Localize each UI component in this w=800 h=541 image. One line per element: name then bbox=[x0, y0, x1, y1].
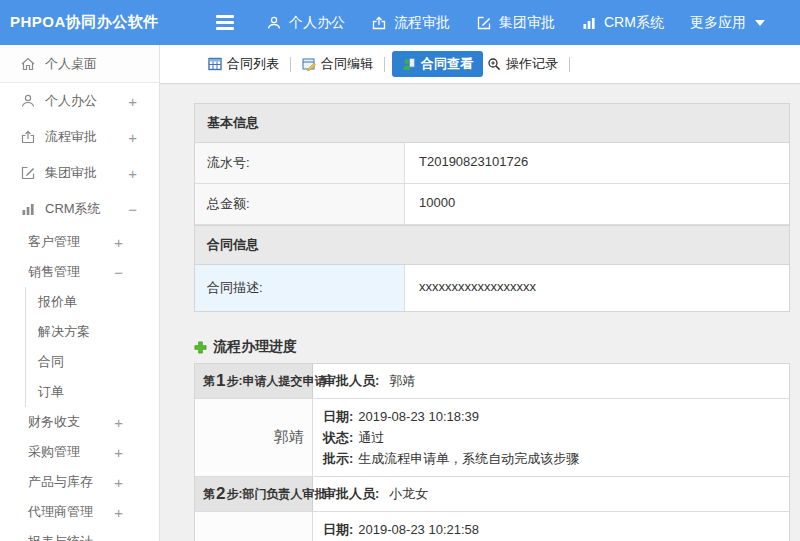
step-label: 第2步:部门负责人审批 bbox=[195, 477, 313, 511]
tab-label: 合同列表 bbox=[227, 55, 279, 73]
expand-icon[interactable]: + bbox=[114, 504, 123, 521]
sidebar-item-crm[interactable]: CRM系统 − bbox=[0, 191, 159, 227]
step-number: 2 bbox=[215, 488, 226, 500]
sidebar: 个人桌面 个人办公 + 流程审批 + 集团审批 + CRM系统 − 客户管理 +… bbox=[0, 45, 160, 541]
tab-label: 操作记录 bbox=[506, 55, 558, 73]
user-icon bbox=[266, 15, 282, 31]
topnav-crm[interactable]: CRM系统 bbox=[581, 14, 664, 32]
expand-icon[interactable]: + bbox=[114, 474, 123, 491]
sidebar-item-label: 财务收支 bbox=[28, 413, 80, 431]
step-post: 步:部门负责人审批 bbox=[226, 486, 326, 503]
list-icon bbox=[208, 57, 222, 71]
topnav-more-apps[interactable]: 更多应用 bbox=[690, 14, 765, 32]
sidebar-item-order[interactable]: 订单 bbox=[26, 377, 159, 407]
form-row-serial: 流水号: T20190823101726 bbox=[195, 143, 789, 184]
process-step-detail-row: 郭靖 日期:2019-08-23 10:18:39 状态:通过 批示:生成流程申… bbox=[195, 399, 789, 477]
field-label: 合同描述: bbox=[195, 265, 405, 311]
caret-down-icon bbox=[755, 20, 765, 26]
step-pre: 第 bbox=[203, 486, 215, 503]
tab-contract-list[interactable]: 合同列表 bbox=[204, 51, 283, 77]
tab-contract-view[interactable]: 合同查看 bbox=[392, 51, 483, 77]
sidebar-item-contract[interactable]: 合同 bbox=[26, 347, 159, 377]
section-header-contract-info: 合同信息 bbox=[195, 225, 789, 265]
process-step-header-row: 第2步:部门负责人审批 审批人员: 小龙女 bbox=[195, 477, 789, 512]
expand-icon[interactable]: + bbox=[128, 93, 137, 110]
chart-icon bbox=[20, 201, 36, 217]
approver-name-cell: 小龙女 bbox=[195, 512, 313, 541]
tab-contract-edit[interactable]: 合同编辑 bbox=[298, 51, 377, 77]
expand-icon[interactable]: + bbox=[128, 129, 137, 146]
step-number: 1 bbox=[215, 375, 226, 387]
hamburger-icon[interactable] bbox=[216, 15, 234, 30]
field-value-description: xxxxxxxxxxxxxxxxxx bbox=[405, 265, 789, 311]
step-detail-cell: 日期:2019-08-23 10:21:58 状态:通过 批示:通过 bbox=[313, 512, 789, 541]
tab-label: 合同查看 bbox=[421, 55, 473, 73]
topnav-personal-office[interactable]: 个人办公 bbox=[266, 14, 345, 32]
sidebar-item-label: 产品与库存 bbox=[28, 473, 93, 491]
expand-icon[interactable]: + bbox=[114, 414, 123, 431]
approver-label: 审批人员: bbox=[323, 372, 379, 390]
field-label: 总金额: bbox=[195, 184, 405, 224]
topnav-group-approval[interactable]: 集团审批 bbox=[476, 14, 555, 32]
sidebar-item-workflow-approval[interactable]: 流程审批 + bbox=[0, 119, 159, 155]
sidebar-item-sales-mgmt[interactable]: 销售管理 − bbox=[0, 257, 159, 287]
approver-label: 审批人员: bbox=[323, 485, 379, 503]
detail-line-comment: 批示:生成流程申请单，系统自动完成该步骤 bbox=[323, 448, 779, 469]
view-icon bbox=[402, 57, 416, 71]
main-content: 基本信息 流水号: T20190823101726 总金额: 10000 合同信… bbox=[160, 84, 800, 541]
step-pre: 第 bbox=[203, 373, 215, 390]
form-row-total-amount: 总金额: 10000 bbox=[195, 184, 789, 225]
user-icon bbox=[20, 93, 36, 109]
workflow-icon bbox=[20, 129, 36, 145]
collapse-icon[interactable]: − bbox=[114, 264, 123, 281]
sidebar-item-label: 集团审批 bbox=[45, 164, 97, 182]
sidebar-item-reports[interactable]: 报表与统计 bbox=[0, 527, 159, 541]
topbar: PHPOA协同办公软件 个人办公 流程审批 集团审批 CRM系统 更多应用 bbox=[0, 0, 800, 45]
approver-name-cell: 郭靖 bbox=[195, 399, 313, 476]
process-table: 第1步:申请人提交申请 审批人员: 郭靖 郭靖 日期:2019-08-23 10… bbox=[194, 363, 790, 541]
topnav-label: 个人办公 bbox=[289, 14, 345, 32]
sidebar-item-personal-office[interactable]: 个人办公 + bbox=[0, 83, 159, 119]
edit-icon bbox=[476, 15, 492, 31]
sidebar-item-desktop[interactable]: 个人桌面 bbox=[0, 45, 159, 83]
sidebar-item-finance[interactable]: 财务收支 + bbox=[0, 407, 159, 437]
sidebar-item-product-inventory[interactable]: 产品与库存 + bbox=[0, 467, 159, 497]
expand-icon[interactable]: + bbox=[114, 444, 123, 461]
sidebar-item-label: 个人办公 bbox=[45, 92, 97, 110]
plus-icon bbox=[194, 341, 207, 354]
approver-name: 小龙女 bbox=[389, 485, 428, 503]
sidebar-item-label: 合同 bbox=[38, 353, 64, 371]
sidebar-item-label: 客户管理 bbox=[28, 233, 80, 251]
topnav-workflow-approval[interactable]: 流程审批 bbox=[371, 14, 450, 32]
sidebar-item-agent-mgmt[interactable]: 代理商管理 + bbox=[0, 497, 159, 527]
edit-doc-icon bbox=[302, 57, 316, 71]
sidebar-item-solution[interactable]: 解决方案 bbox=[26, 317, 159, 347]
tab-label: 合同编辑 bbox=[321, 55, 373, 73]
sidebar-item-group-approval[interactable]: 集团审批 + bbox=[0, 155, 159, 191]
expand-icon[interactable]: + bbox=[128, 165, 137, 182]
topnav-label: 流程审批 bbox=[394, 14, 450, 32]
process-title-text: 流程办理进度 bbox=[213, 338, 297, 356]
sales-submenu: 报价单 解决方案 合同 订单 bbox=[25, 287, 159, 407]
collapse-icon[interactable]: − bbox=[128, 201, 137, 218]
process-step-detail-row: 小龙女 日期:2019-08-23 10:21:58 状态:通过 批示:通过 bbox=[195, 512, 789, 541]
sidebar-item-label: CRM系统 bbox=[45, 200, 101, 218]
zoom-log-icon bbox=[487, 57, 501, 71]
edit-icon bbox=[20, 165, 36, 181]
detail-line-date: 日期:2019-08-23 10:18:39 bbox=[323, 406, 779, 427]
expand-icon[interactable]: + bbox=[114, 234, 123, 251]
sidebar-item-customer-mgmt[interactable]: 客户管理 + bbox=[0, 227, 159, 257]
sidebar-item-label: 解决方案 bbox=[38, 323, 90, 341]
sidebar-item-label: 个人桌面 bbox=[45, 55, 97, 73]
contract-detail-panel: 基本信息 流水号: T20190823101726 总金额: 10000 合同信… bbox=[194, 103, 790, 312]
field-value-total-amount: 10000 bbox=[405, 184, 789, 224]
process-step-header-row: 第1步:申请人提交申请 审批人员: 郭靖 bbox=[195, 364, 789, 399]
tab-operation-log[interactable]: 操作记录 bbox=[483, 51, 562, 77]
top-nav: 个人办公 流程审批 集团审批 CRM系统 更多应用 bbox=[266, 14, 791, 32]
sidebar-item-label: 流程审批 bbox=[45, 128, 97, 146]
approver-name: 郭靖 bbox=[389, 372, 415, 390]
sidebar-item-purchase-mgmt[interactable]: 采购管理 + bbox=[0, 437, 159, 467]
step-post: 步:申请人提交申请 bbox=[226, 373, 326, 390]
sidebar-item-quotation[interactable]: 报价单 bbox=[26, 287, 159, 317]
topnav-label: 更多应用 bbox=[690, 14, 746, 32]
